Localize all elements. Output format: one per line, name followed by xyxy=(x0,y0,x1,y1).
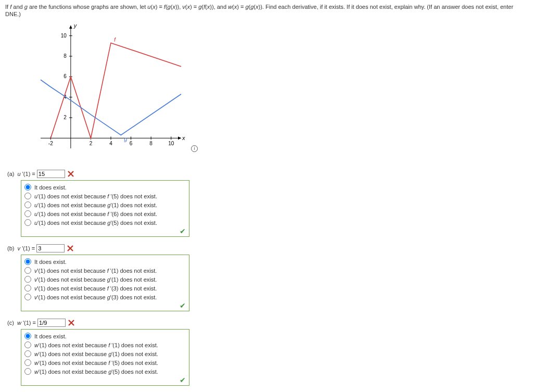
part-label: (c) xyxy=(7,320,14,326)
wrong-icon xyxy=(68,171,74,178)
svg-text:6: 6 xyxy=(64,73,67,79)
opt-label: w'(1) does not exist because g'(5) does … xyxy=(34,369,158,375)
opt-label: w'(1) does not exist because g'(1) does … xyxy=(34,351,158,357)
opt-label: v'(1) does not exist because f '(3) does… xyxy=(34,285,157,292)
svg-text:x: x xyxy=(182,135,185,141)
svg-marker-3 xyxy=(69,26,72,29)
opt-label: It does exist. xyxy=(34,184,67,191)
svg-text:8: 8 xyxy=(149,141,153,146)
opt-label: u'(1) does not exist because f '(6) does… xyxy=(34,211,157,217)
radio-a-0[interactable] xyxy=(24,184,31,191)
deriv-expr: u '(1) = xyxy=(18,171,35,177)
radio-b-1[interactable] xyxy=(24,267,31,274)
radio-b-2[interactable] xyxy=(24,276,31,283)
opt-label: It does exist. xyxy=(34,259,67,265)
opt-label: w'(1) does not exist because f '(5) does… xyxy=(34,360,158,366)
opt-label: u'(1) does not exist because f '(5) does… xyxy=(34,193,157,199)
radio-c-1[interactable] xyxy=(24,342,31,348)
answer-input-b[interactable] xyxy=(36,244,65,252)
svg-text:4: 4 xyxy=(109,141,112,146)
radio-c-4[interactable] xyxy=(24,368,31,375)
radio-c-2[interactable] xyxy=(24,350,31,357)
svg-text:-2: -2 xyxy=(48,141,53,146)
svg-text:10: 10 xyxy=(168,141,174,146)
svg-text:g: g xyxy=(124,136,128,142)
svg-text:2: 2 xyxy=(90,141,93,146)
radio-c-0[interactable] xyxy=(24,333,31,339)
opt-label: v'(1) does not exist because g'(1) does … xyxy=(34,276,157,283)
radio-b-0[interactable] xyxy=(24,258,31,265)
opt-label: u'(1) does not exist because g'(1) does … xyxy=(34,202,157,208)
radio-b-3[interactable] xyxy=(24,285,31,292)
svg-text:6: 6 xyxy=(130,141,133,146)
radio-a-1[interactable] xyxy=(24,193,31,199)
radio-a-2[interactable] xyxy=(24,201,31,208)
radio-a-4[interactable] xyxy=(24,219,31,226)
check-icon: ✔ xyxy=(180,376,186,384)
radio-a-3[interactable] xyxy=(24,210,31,217)
check-icon: ✔ xyxy=(180,227,186,235)
options-box-a: It does exist. u'(1) does not exist beca… xyxy=(21,180,189,237)
check-icon: ✔ xyxy=(180,301,186,310)
part-label: (b) xyxy=(7,245,14,251)
opt-label: u'(1) does not exist because g'(5) does … xyxy=(34,220,157,226)
answer-input-a[interactable] xyxy=(37,170,65,178)
svg-text:2: 2 xyxy=(64,115,67,120)
part-label: (a) xyxy=(7,171,14,177)
part-c: (c) w '(1) = It does exist. w'(1) does n… xyxy=(5,319,528,386)
opt-label: v'(1) does not exist because g'(3) does … xyxy=(34,294,157,300)
part-a: (a) u '(1) = It does exist. u'(1) does n… xyxy=(5,170,528,237)
info-icon[interactable]: i xyxy=(191,145,198,152)
part-b: (b) v '(1) = It does exist. v'(1) does n… xyxy=(5,244,528,311)
options-box-b: It does exist. v'(1) does not exist beca… xyxy=(21,255,189,311)
svg-text:y: y xyxy=(73,22,78,29)
deriv-expr: v '(1) = xyxy=(18,245,35,251)
question-prompt: If f and g are the functions whose graph… xyxy=(5,3,528,18)
opt-label: It does exist. xyxy=(34,333,67,339)
radio-c-3[interactable] xyxy=(24,359,31,366)
svg-marker-2 xyxy=(178,136,181,140)
svg-text:8: 8 xyxy=(64,53,67,59)
wrong-icon xyxy=(68,320,74,327)
graph-figure: -2246810246810xyfg i xyxy=(21,22,528,165)
options-box-c: It does exist. w'(1) does not exist beca… xyxy=(21,329,189,386)
opt-label: v'(1) does not exist because f '(1) does… xyxy=(34,268,157,274)
deriv-expr: w '(1) = xyxy=(17,320,36,326)
radio-b-4[interactable] xyxy=(24,294,31,300)
svg-text:10: 10 xyxy=(61,32,67,38)
answer-input-c[interactable] xyxy=(37,319,66,327)
svg-text:f: f xyxy=(114,36,116,43)
opt-label: w'(1) does not exist because f '(1) does… xyxy=(34,342,158,348)
wrong-icon xyxy=(67,245,73,252)
